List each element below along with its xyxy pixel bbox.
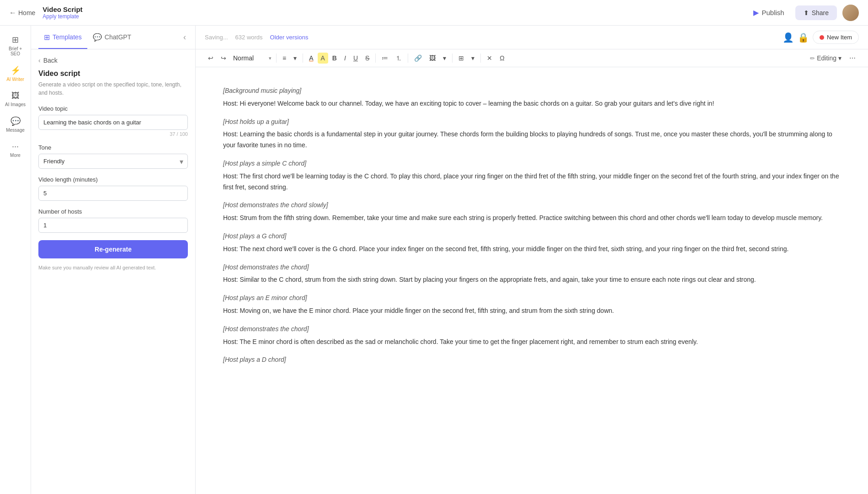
content-line-12: [Host plays an E minor chord] xyxy=(223,293,841,304)
style-select[interactable]: Normal Heading 1 Heading 2 Heading 3 xyxy=(230,52,273,64)
char-count: 37 / 100 xyxy=(38,131,188,137)
undo-button[interactable]: ↩ xyxy=(205,53,217,64)
tab-templates[interactable]: ⊞ Templates xyxy=(38,27,87,49)
ordered-list-button[interactable]: ⒈ xyxy=(392,53,405,64)
num-hosts-field: Number of hosts xyxy=(38,208,188,233)
back-btn-arrow-icon: ‹ xyxy=(38,57,41,64)
video-length-input[interactable] xyxy=(38,186,188,201)
strikethrough-button[interactable]: S xyxy=(362,53,373,64)
avatar[interactable] xyxy=(842,5,859,21)
more-options-button[interactable]: ⋯ xyxy=(846,53,859,64)
sidebar-item-ai-images[interactable]: 🖼 AI Images xyxy=(2,87,29,111)
header-left: ← Home Video Script Apply template xyxy=(9,5,83,20)
lock-icon[interactable]: 🔒 xyxy=(798,32,809,43)
content-line-4: [Host plays a simple C chord] xyxy=(223,158,841,169)
align-down-button[interactable]: ▾ xyxy=(290,53,300,64)
collapse-panel-button[interactable]: ‹ xyxy=(181,31,188,44)
publish-button[interactable]: ▶ Publish xyxy=(748,5,789,20)
clear-format-button[interactable]: ✕ xyxy=(484,53,495,64)
templates-tab-icon: ⊞ xyxy=(44,33,50,42)
content-line-14: [Host demonstrates the chord] xyxy=(223,324,841,335)
top-header: ← Home Video Script Apply template ▶ Pub… xyxy=(0,0,868,26)
saving-status: Saving... xyxy=(205,34,228,41)
share-label: Share xyxy=(812,9,829,16)
toolbar-separator-5 xyxy=(452,54,453,63)
editor-area: Saving... 632 words Older versions 👤 🔒 N… xyxy=(196,26,868,494)
tone-label: Tone xyxy=(38,144,188,151)
align-button[interactable]: ≡ xyxy=(279,53,289,64)
video-topic-field: Video topic 37 / 100 xyxy=(38,105,188,137)
content-line-15: Host: The E minor chord is often describ… xyxy=(223,337,841,348)
older-versions-link[interactable]: Older versions xyxy=(270,34,309,41)
regenerate-button[interactable]: Re-generate xyxy=(38,240,188,258)
italic-button[interactable]: I xyxy=(341,53,349,64)
content-line-9: Host: The next chord we'll cover is the … xyxy=(223,244,841,255)
editing-mode-button[interactable]: ✏ Editing ▾ xyxy=(806,52,845,64)
apply-template-link[interactable]: Apply template xyxy=(43,13,82,20)
content-line-8: [Host plays a G chord] xyxy=(223,231,841,242)
text-color-button[interactable]: A xyxy=(306,53,316,64)
image-down-button[interactable]: ▾ xyxy=(440,53,449,64)
link-button[interactable]: 🔗 xyxy=(411,53,425,64)
tab-chatgpt[interactable]: 💬 ChatGPT xyxy=(87,27,137,49)
special-char-button[interactable]: Ω xyxy=(496,53,507,64)
ai-writer-icon: ⚡ xyxy=(11,65,21,75)
tone-select[interactable]: Friendly Professional Casual Formal Humo… xyxy=(38,154,188,169)
tone-select-wrapper: Friendly Professional Casual Formal Humo… xyxy=(38,154,188,169)
publish-play-icon: ▶ xyxy=(753,8,759,17)
brief-seo-icon: ⊞ xyxy=(12,35,19,45)
style-select-wrapper: Normal Heading 1 Heading 2 Heading 3 ▾ xyxy=(230,52,273,64)
ai-images-icon: 🖼 xyxy=(11,91,20,101)
back-btn-label: Back xyxy=(43,57,58,64)
redo-button[interactable]: ↪ xyxy=(218,53,229,64)
bold-button[interactable]: B xyxy=(329,53,340,64)
toolbar-separator-4 xyxy=(408,54,408,63)
bullet-list-button[interactable]: ≔ xyxy=(378,53,391,64)
collaborator-icon[interactable]: 👤 xyxy=(783,32,794,43)
share-upload-icon: ⬆ xyxy=(804,9,809,16)
underline-button[interactable]: U xyxy=(350,53,361,64)
new-item-dot xyxy=(820,35,824,40)
share-button[interactable]: ⬆ Share xyxy=(795,5,837,20)
doc-title: Video Script xyxy=(43,5,82,13)
image-button[interactable]: 🖼 xyxy=(426,53,439,64)
sidebar-item-more[interactable]: ··· More xyxy=(2,138,29,161)
highlight-button[interactable]: A xyxy=(318,53,328,64)
sidebar-item-message[interactable]: 💬 Message xyxy=(2,113,29,136)
panel-tabs: ⊞ Templates 💬 ChatGPT ‹ xyxy=(31,26,195,49)
content-line-5: Host: The first chord we'll be learning … xyxy=(223,171,841,193)
video-topic-input[interactable] xyxy=(38,115,188,130)
script-title: Video script xyxy=(38,70,188,78)
table-down-button[interactable]: ▾ xyxy=(468,53,478,64)
new-item-badge[interactable]: New Item xyxy=(813,31,859,44)
editor-content[interactable]: [Background music playing] Host: Hi ever… xyxy=(196,67,868,494)
script-description: Generate a video script on the specified… xyxy=(38,81,188,97)
new-item-label: New Item xyxy=(827,34,852,41)
sidebar-item-ai-writer-label: AI Writer xyxy=(6,77,24,82)
num-hosts-label: Number of hosts xyxy=(38,208,188,215)
message-icon: 💬 xyxy=(11,116,21,126)
editor-topbar: Saving... 632 words Older versions 👤 🔒 N… xyxy=(196,26,868,49)
publish-label: Publish xyxy=(761,9,784,16)
sidebar-item-message-label: Message xyxy=(6,128,25,133)
more-icon: ··· xyxy=(12,142,19,151)
sidebar-item-brief-seo[interactable]: ⊞ Brief + SEO xyxy=(2,31,29,60)
num-hosts-input[interactable] xyxy=(38,218,188,233)
content-line-0: [Background music playing] xyxy=(223,86,841,97)
doc-title-area: Video Script Apply template xyxy=(43,5,82,20)
editor-toolbar: ↩ ↪ Normal Heading 1 Heading 2 Heading 3… xyxy=(196,49,868,67)
table-button[interactable]: ⊞ xyxy=(455,53,467,64)
word-count: 632 words xyxy=(235,34,263,41)
video-topic-label: Video topic xyxy=(38,105,188,112)
sidebar-item-brief-seo-label: Brief + SEO xyxy=(5,46,26,56)
back-button[interactable]: ‹ Back xyxy=(38,57,188,64)
content-line-2: [Host holds up a guitar] xyxy=(223,117,841,128)
editing-label: Editing xyxy=(817,54,836,62)
home-label: Home xyxy=(18,9,35,16)
sidebar-item-ai-writer[interactable]: ⚡ AI Writer xyxy=(2,62,29,86)
content-line-16: [Host plays a D chord] xyxy=(223,354,841,365)
tone-field: Tone Friendly Professional Casual Formal… xyxy=(38,144,188,169)
back-arrow-icon: ← xyxy=(9,9,16,17)
back-home-btn[interactable]: ← Home xyxy=(9,9,35,17)
content-line-13: Host: Moving on, we have the E minor cho… xyxy=(223,306,841,317)
